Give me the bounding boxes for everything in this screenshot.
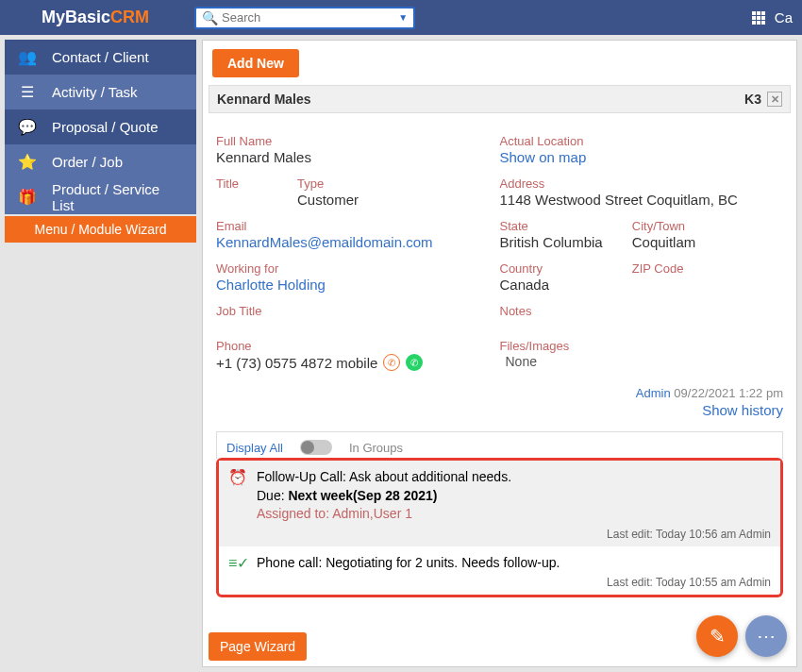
menu-wizard-button[interactable]: Menu / Module Wizard [5,216,196,243]
activity-footer: Last edit: Today 10:56 am Admin [219,528,780,546]
sidebar-item-order[interactable]: ⭐ Order / Job [5,144,196,179]
more-icon: ⋯ [757,625,776,647]
show-history-link[interactable]: Show history [216,402,783,418]
main-panel: Add New Kennard Males K3 ✕ Full Name Ken… [202,40,797,667]
activity-icon: ☰ [18,83,37,101]
activity-due: Due: Next week(Sep 28 2021) [257,487,771,506]
app-header: MyBasicCRM 🔍 ▼ Ca [0,0,802,35]
more-fab[interactable]: ⋯ [745,615,787,657]
alarm-icon: ⏰ [228,468,247,524]
search-box[interactable]: 🔍 ▼ [194,7,415,29]
phone-label: Phone [216,339,481,353]
full-name-value: Kennard Males [216,149,481,165]
sidebar-item-label: Proposal / Quote [52,119,159,135]
files-label: Files/Images [500,339,765,353]
activity-highlight-box: ⏰ Follow-Up Call: Ask about additional n… [216,458,783,597]
right-column: Actual Location Show on map Address 1148… [500,128,784,371]
activity-body: Phone call: Negotiating for 2 units. Nee… [257,554,771,573]
tab-display-all[interactable]: Display All [226,441,283,455]
left-column: Full Name Kennard Males Title Type Custo… [216,128,500,371]
meta-admin[interactable]: Admin [636,386,671,400]
whatsapp-icon[interactable]: ✆ [406,354,423,371]
city-value: Coquitlam [632,234,764,250]
job-title-label: Job Title [216,304,481,318]
record-name: Kennard Males [217,92,311,107]
record-code: K3 [744,92,761,107]
tab-in-groups[interactable]: In Groups [349,441,403,455]
edit-fab[interactable]: ✎ [696,615,738,657]
app-logo: MyBasicCRM [42,8,149,27]
activity-assigned: Assigned to: Admin,User 1 [257,505,771,524]
meta-timestamp: Admin 09/22/2021 1:22 pm [216,386,783,400]
close-icon[interactable]: ✕ [767,92,782,107]
country-value: Canada [500,277,632,293]
working-for-label: Working for [216,261,481,276]
location-link[interactable]: Show on map [500,149,765,165]
email-value[interactable]: KennardMales@emaildomain.com [216,234,481,250]
record-header: Kennard Males K3 ✕ [209,85,791,113]
title-label: Title [216,176,297,191]
apps-grid-icon[interactable] [752,11,765,25]
type-value: Customer [297,192,481,208]
meta-time: 09/22/2021 1:22 pm [674,386,783,400]
display-toggle[interactable] [300,440,332,455]
product-icon: 🎁 [18,188,37,206]
search-input[interactable] [222,10,398,25]
sidebar-item-label: Activity / Task [52,84,138,100]
sidebar-item-proposal[interactable]: 💬 Proposal / Quote [5,109,196,144]
address-label: Address [500,176,765,191]
logo-text-crm: CRM [110,8,149,26]
email-label: Email [216,219,481,233]
search-dropdown-icon[interactable]: ▼ [398,12,408,23]
activity-body: Follow-Up Call: Ask about additional nee… [257,468,771,524]
type-label: Type [297,176,481,191]
sidebar-item-activity[interactable]: ☰ Activity / Task [5,75,196,109]
files-value: None [506,354,765,369]
sidebar: 👥 Contact / Client ☰ Activity / Task 💬 P… [5,40,196,243]
sidebar-item-label: Product / Service List [52,181,183,213]
country-label: Country [500,261,632,276]
activity-footer: Last edit: Today 10:55 am Admin [219,576,780,595]
sidebar-item-contact[interactable]: 👥 Contact / Client [5,40,196,75]
activity-title: Follow-Up Call: Ask about additional nee… [257,468,771,487]
proposal-icon: 💬 [18,118,37,136]
sidebar-item-label: Order / Job [52,154,123,170]
header-right: Ca [752,9,793,25]
page-wizard-button[interactable]: Page Wizard [209,632,307,661]
zip-label: ZIP Code [632,261,764,276]
phone-value: +1 (73) 0575 4872 mobile [216,355,377,371]
detail-body: Full Name Kennard Males Title Type Custo… [203,123,796,607]
working-for-value[interactable]: Charlotte Holding [216,277,481,293]
order-icon: ⭐ [18,153,37,171]
state-value: British Columbia [500,234,632,250]
activity-tabs: Display All In Groups [216,431,783,459]
full-name-label: Full Name [216,134,481,148]
address-value: 1148 Westwood Street Coquitlam, BC [500,192,765,208]
pencil-icon: ✎ [710,625,726,647]
contact-icon: 👥 [18,48,37,66]
activity-item[interactable]: ≡✓ Phone call: Negotiating for 2 units. … [219,546,780,577]
header-right-text[interactable]: Ca [775,9,793,25]
activity-item[interactable]: ⏰ Follow-Up Call: Ask about additional n… [219,461,780,528]
location-label: Actual Location [500,134,765,148]
city-label: City/Town [632,219,764,233]
check-list-icon: ≡✓ [228,554,247,573]
sidebar-item-product[interactable]: 🎁 Product / Service List [5,179,196,214]
phone-row: +1 (73) 0575 4872 mobile ✆ ✆ [216,354,481,371]
search-icon: 🔍 [202,10,218,25]
logo-text-basic: MyBasic [42,8,110,26]
state-label: State [500,219,632,233]
notes-label: Notes [500,304,765,318]
add-new-button[interactable]: Add New [212,49,299,77]
call-icon[interactable]: ✆ [383,354,400,371]
sidebar-item-label: Contact / Client [52,49,149,65]
activity-title: Phone call: Negotiating for 2 units. Nee… [257,554,771,573]
